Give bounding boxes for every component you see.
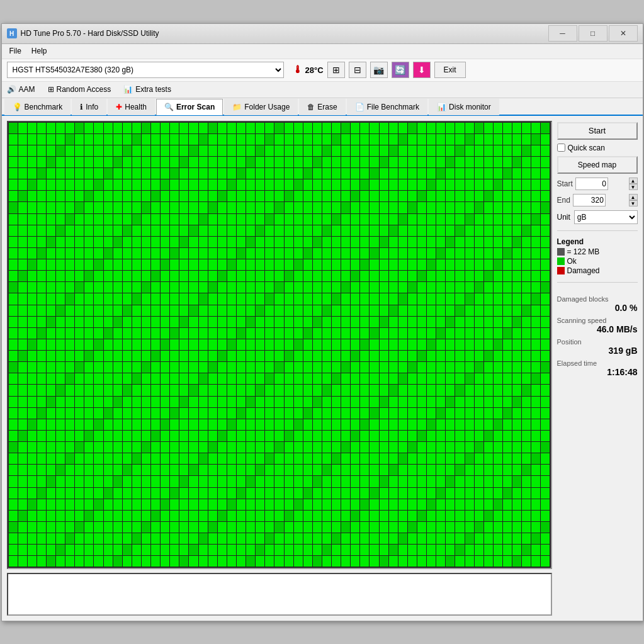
start-input[interactable] [575,178,608,190]
scan-cell [75,431,84,441]
tab-benchmark[interactable]: 💡 Benchmark [4,99,71,115]
tab-error-scan[interactable]: 🔍 Error Scan [156,99,223,115]
scan-cell [37,317,46,327]
toolbar-btn-camera[interactable]: 📷 [370,62,388,78]
scan-cell [199,511,208,521]
scan-cell [9,465,18,475]
scan-cell [455,202,464,213]
scan-cell [132,408,141,419]
scan-cell [313,179,322,190]
toolbar-btn-pink[interactable]: ⬇ [413,62,431,78]
scan-cell [531,488,540,499]
scan-cell [274,191,283,201]
scan-cell [512,293,521,304]
scan-cell [151,522,160,533]
tab-health[interactable]: ✚ Health [108,99,155,115]
scan-cell [123,328,132,339]
scan-cell [9,328,18,339]
start-spin-down[interactable]: ▼ [629,184,638,190]
scan-cell [161,282,169,293]
minimize-button[interactable]: ─ [548,25,577,42]
scan-cell [28,408,37,419]
tab-erase[interactable]: 🗑 Erase [299,99,345,115]
tab-extra-tests[interactable]: 📊 Extra tests [123,85,171,94]
unit-select[interactable]: gB MB Blocks [574,210,638,224]
scan-cell [313,191,322,201]
scan-cell [47,397,55,407]
speed-map-button[interactable]: Speed map [557,156,638,174]
scan-cell [436,259,445,270]
scan-cell [75,533,84,544]
tab-disk-monitor[interactable]: 📊 Disk monitor [429,99,499,115]
scan-cell [341,511,350,521]
scan-cell [189,431,198,441]
exit-button[interactable]: Exit [434,62,466,78]
scan-cell [398,248,407,259]
scan-cell [256,282,264,293]
scan-cell [531,373,540,384]
scan-cell [265,397,274,407]
scan-cell [380,488,388,499]
scan-cell [189,168,198,179]
maximize-button[interactable]: □ [579,25,607,42]
scan-cell [380,305,388,316]
scan-cell [484,499,493,510]
tab-folder-usage[interactable]: 📁 Folder Usage [224,99,298,115]
end-spin-down[interactable]: ▼ [629,200,638,206]
scan-cell [360,145,369,156]
scan-cell [142,431,150,441]
tab-info[interactable]: ℹ Info [72,99,106,115]
scan-cell [522,248,531,259]
tab-aam[interactable]: 🔊 AAM [7,85,35,94]
scan-cell [398,168,407,179]
toolbar-btn-purple[interactable]: 🔄 [392,62,409,78]
end-spin-up[interactable]: ▲ [629,194,638,200]
scan-cell [313,453,322,464]
scan-cell [265,465,274,475]
scan-cell [18,259,27,270]
scan-cell [408,373,417,384]
scan-cell [161,123,169,133]
scan-cell [303,317,312,327]
quick-scan-checkbox[interactable] [557,144,565,152]
scan-cell [512,556,521,567]
scan-cell [522,442,531,453]
tab-file-benchmark[interactable]: 📄 File Benchmark [347,99,427,115]
scan-cell [161,453,169,464]
toolbar-btn-2[interactable]: ⊟ [349,62,366,78]
scan-cell [285,317,293,327]
disk-selector[interactable]: HGST HTS545032A7E380 (320 gB) [7,62,284,78]
scan-cell [484,545,493,555]
close-button[interactable]: ✕ [609,25,638,42]
tab-random-access[interactable]: ⊞ Random Access [48,85,111,94]
scan-cell [380,522,388,533]
menu-file[interactable]: File [4,45,26,57]
scan-cell [417,442,426,453]
scan-cell [360,134,369,145]
scan-cell [94,397,103,407]
scan-cell [84,351,93,361]
scan-cell [18,545,27,555]
scan-cell [285,305,293,316]
scan-cell [18,442,27,453]
scan-cell [475,191,483,201]
scan-cell [484,556,493,567]
scan-cell [94,511,103,521]
scan-cell [285,545,293,555]
scan-cell [208,397,217,407]
toolbar-btn-1[interactable]: ⊞ [327,62,345,78]
start-spin-up[interactable]: ▲ [629,178,638,184]
start-button[interactable]: Start [557,122,638,140]
scan-cell [484,385,493,395]
scan-cell [237,397,246,407]
scan-cell [28,511,37,521]
scan-cell [227,556,236,567]
menu-help[interactable]: Help [26,45,52,57]
scan-cell [75,259,84,270]
scan-cell [256,134,264,145]
scan-cell [37,305,46,316]
scan-cell [389,499,398,510]
end-input[interactable] [573,194,606,206]
scan-cell [123,453,132,464]
scan-cell [123,385,132,395]
